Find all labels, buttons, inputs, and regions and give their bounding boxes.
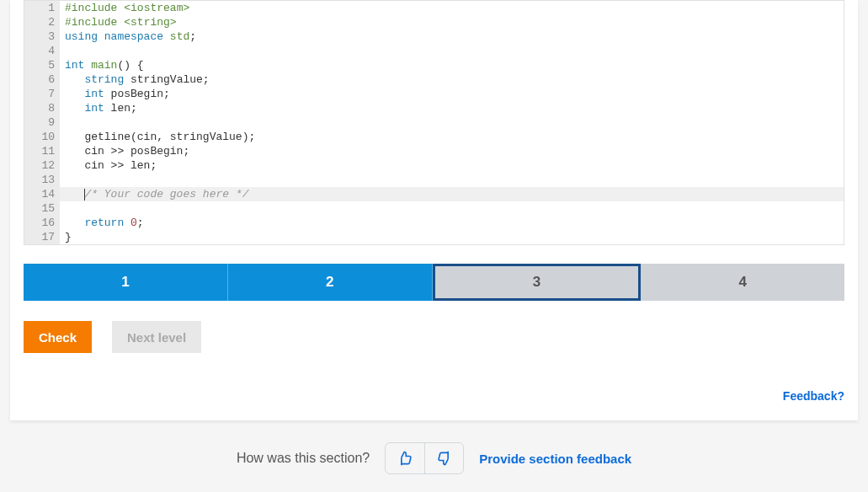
code-text: return 0;	[60, 216, 844, 230]
section-feedback-bar: How was this section? Provide section fe…	[0, 442, 868, 491]
line-number: 16	[24, 216, 60, 230]
code-line: 16 return 0;	[24, 216, 844, 230]
line-number: 12	[24, 158, 60, 173]
code-line: 4	[24, 44, 844, 58]
code-editor[interactable]: 1 #include <iostream> 2 #include <string…	[24, 0, 844, 245]
code-line-active[interactable]: 14 /* Your code goes here */	[24, 187, 844, 201]
level-tab-2[interactable]: 2	[228, 264, 433, 301]
thumbs-up-icon[interactable]	[386, 443, 424, 473]
line-number: 8	[24, 101, 60, 115]
next-level-button: Next level	[112, 321, 201, 353]
main-panel: 1 #include <iostream> 2 #include <string…	[10, 0, 858, 420]
thumb-group	[385, 442, 464, 474]
code-line: 11 cin >> posBegin;	[24, 144, 844, 158]
line-number: 6	[24, 72, 60, 87]
code-line: 5 int main() {	[24, 58, 844, 72]
code-line: 15	[24, 201, 844, 216]
line-number: 9	[24, 115, 60, 130]
line-number: 15	[24, 201, 60, 216]
code-text: #include <string>	[60, 15, 844, 29]
code-text	[60, 201, 844, 216]
code-line: 9	[24, 115, 844, 130]
code-line: 2 #include <string>	[24, 15, 844, 29]
line-number: 2	[24, 15, 60, 29]
level-tab-4[interactable]: 4	[641, 264, 844, 301]
line-number: 1	[24, 1, 60, 15]
level-tab-3[interactable]: 3	[433, 264, 642, 301]
code-text: #include <iostream>	[60, 1, 844, 15]
code-text: int main() {	[60, 58, 844, 72]
code-text: string stringValue;	[60, 72, 844, 87]
line-number: 14	[24, 187, 60, 201]
code-line: 1 #include <iostream>	[24, 1, 844, 15]
code-text	[60, 115, 844, 130]
line-number: 3	[24, 29, 60, 44]
section-feedback-prompt: How was this section?	[237, 451, 370, 466]
code-text	[60, 44, 844, 58]
code-line: 8 int len;	[24, 101, 844, 115]
code-line: 3 using namespace std;	[24, 29, 844, 44]
code-line: 17 }	[24, 230, 844, 244]
level-tab-1[interactable]: 1	[24, 264, 228, 301]
level-tabs: 1 2 3 4	[24, 264, 844, 301]
code-line: 12 cin >> len;	[24, 158, 844, 173]
code-text: int len;	[60, 101, 844, 115]
code-text: getline(cin, stringValue);	[60, 130, 844, 144]
line-number: 7	[24, 87, 60, 101]
feedback-link-wrap: Feedback?	[10, 388, 844, 410]
code-line: 6 string stringValue;	[24, 72, 844, 87]
code-text[interactable]: /* Your code goes here */	[60, 187, 844, 201]
code-text: cin >> len;	[60, 158, 844, 173]
code-text: using namespace std;	[60, 29, 844, 44]
line-number: 5	[24, 58, 60, 72]
check-button[interactable]: Check	[24, 321, 92, 353]
provide-feedback-link[interactable]: Provide section feedback	[479, 452, 631, 466]
code-text: }	[60, 230, 844, 244]
feedback-link[interactable]: Feedback?	[783, 389, 844, 403]
line-number: 11	[24, 144, 60, 158]
line-number: 10	[24, 130, 60, 144]
code-line: 7 int posBegin;	[24, 87, 844, 101]
thumbs-down-icon[interactable]	[424, 443, 463, 473]
line-number: 13	[24, 173, 60, 187]
code-text: int posBegin;	[60, 87, 844, 101]
line-number: 17	[24, 230, 60, 244]
code-line: 10 getline(cin, stringValue);	[24, 130, 844, 144]
code-text: cin >> posBegin;	[60, 144, 844, 158]
code-text	[60, 173, 844, 187]
line-number: 4	[24, 44, 60, 58]
action-buttons: Check Next level	[24, 321, 844, 353]
code-line: 13	[24, 173, 844, 187]
